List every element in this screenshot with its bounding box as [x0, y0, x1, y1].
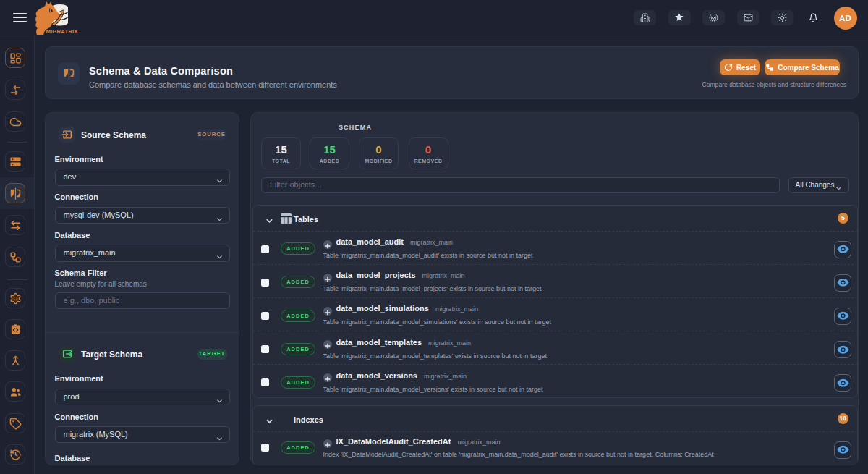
svg-text:MIGRATRIX: MIGRATRIX: [46, 28, 79, 35]
